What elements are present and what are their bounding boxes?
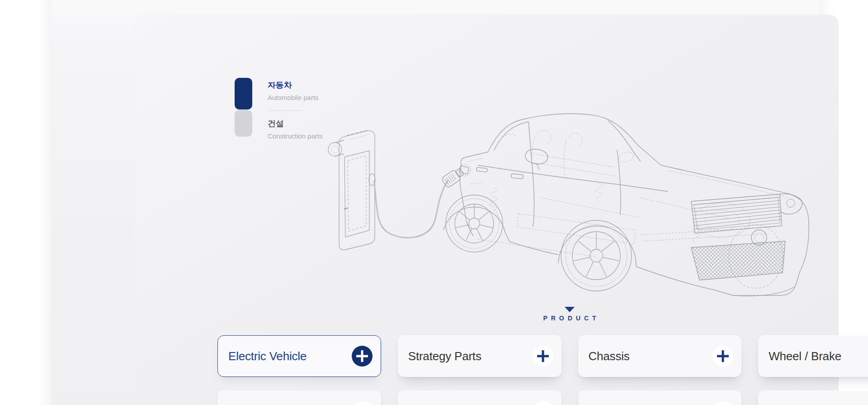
tab-title: 자동차 <box>268 80 323 91</box>
product-card-grid: Electric Vehicle Strategy Parts Chassis … <box>217 335 868 405</box>
content-section: 고품질 패스너 제품을 첨단 스마트공장에서 생산하여 세계 최정상 기업들에 … <box>51 0 820 405</box>
product-card[interactable]: Suspension / Steering <box>217 391 381 405</box>
tab-divider <box>268 110 302 111</box>
front-wheel <box>561 220 632 291</box>
front-grille <box>641 194 802 288</box>
product-card-label: Electric Vehicle <box>228 349 307 363</box>
ev-charging-car-illustration <box>324 107 830 306</box>
tab-subtitle: Automobile parts <box>268 94 323 101</box>
engineering-details <box>468 130 788 257</box>
plus-icon <box>533 346 553 367</box>
rear-wheel <box>446 195 503 252</box>
tab-title: 건설 <box>268 118 323 129</box>
category-tabs: 자동차 Automobile parts 건설 Construction par… <box>235 78 323 140</box>
tab-indicator-inactive-segment <box>235 110 252 137</box>
product-card[interactable]: Strategy Parts <box>398 335 561 377</box>
product-section-label: PRODUCT <box>217 314 868 322</box>
product-card-label: Wheel / Brake <box>769 349 841 363</box>
plus-icon <box>352 401 373 405</box>
product-section-heading: PRODUCT <box>217 307 868 322</box>
product-card[interactable]: Body <box>398 391 561 405</box>
product-card[interactable]: Wheel / Brake <box>758 335 868 377</box>
product-card[interactable]: Chassis <box>578 335 742 377</box>
plus-icon <box>533 401 553 405</box>
product-card[interactable]: Seating <box>758 391 868 405</box>
product-panel: 자동차 Automobile parts 건설 Construction par… <box>134 14 839 405</box>
tab-construction-parts[interactable]: 건설 Construction parts <box>268 118 323 140</box>
plus-icon <box>352 346 373 367</box>
product-card-label: Chassis <box>589 349 630 363</box>
product-card[interactable]: Powertrain <box>578 391 742 405</box>
triangle-down-icon <box>565 307 575 312</box>
charging-cable <box>374 181 448 238</box>
charging-station <box>328 130 375 250</box>
tab-subtitle: Construction parts <box>268 132 323 140</box>
plus-icon <box>712 346 733 367</box>
tab-automobile-parts[interactable]: 자동차 Automobile parts <box>268 80 323 101</box>
plus-icon <box>712 401 733 405</box>
product-card-label: Strategy Parts <box>408 349 481 363</box>
tab-indicator-active-segment <box>235 78 252 110</box>
product-card[interactable]: Electric Vehicle <box>217 335 381 377</box>
tab-indicator <box>235 78 252 140</box>
